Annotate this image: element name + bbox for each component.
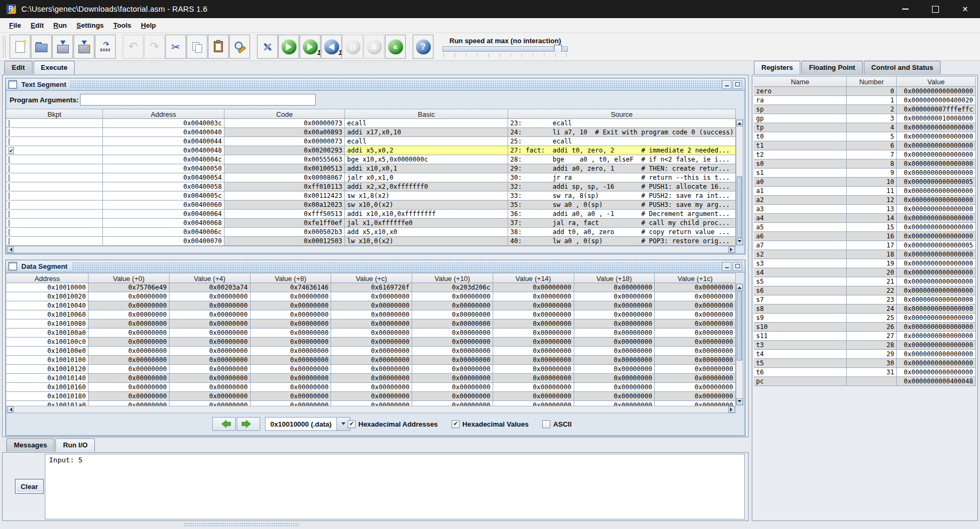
close-button[interactable]: ✕ (950, 0, 980, 18)
memory-row[interactable]: 0x100100c00x000000000x000000000x00000000… (6, 338, 736, 347)
text-row[interactable]: 0x0040005c0x00112423sw x1,8(x2)33: sw ra… (6, 191, 736, 201)
frame-minimize-button[interactable] (722, 262, 732, 271)
text-segment-vscrollbar[interactable] (736, 119, 743, 246)
option-hexadecimal-values[interactable]: ✔Hexadecimal Values (452, 420, 528, 428)
breakpoint-checkbox[interactable] (9, 211, 10, 218)
breakpoint-checkbox[interactable] (9, 183, 10, 190)
breakpoint-checkbox[interactable] (9, 129, 10, 136)
text-row[interactable]: 0x004000540x00008067jalr x0,x1,030: jr r… (6, 173, 736, 182)
register-row[interactable]: zero00x0000000000000000 (754, 87, 976, 96)
save-as-button[interactable] (74, 35, 94, 59)
memory-row[interactable]: 0x100100e00x000000000x000000000x00000000… (6, 347, 736, 356)
scroll-right-icon[interactable] (728, 406, 735, 413)
register-row[interactable]: t270x0000000000000000 (754, 150, 976, 159)
register-row[interactable]: s8240x0000000000000000 (754, 304, 976, 314)
text-row[interactable]: 0x0040004c0x00555663bge x10,x5,0x0000000… (6, 155, 736, 164)
memory-row[interactable]: 0x100100a00x000000000x000000000x00000000… (6, 328, 736, 338)
register-row[interactable]: s9250x0000000000000000 (754, 314, 976, 323)
copy-button[interactable] (187, 35, 207, 59)
text-row[interactable]: 0x004000680xfe1ff0efjal x1,0xffffffe037:… (6, 219, 736, 228)
register-row[interactable]: t4290x0000000000000000 (754, 350, 976, 359)
pause-button[interactable] (342, 35, 363, 59)
register-row[interactable]: a4140x0000000000000000 (754, 214, 976, 223)
breakpoint-checkbox[interactable] (9, 193, 10, 199)
save-file-button[interactable] (52, 35, 73, 59)
tab-control-and-status[interactable]: Control and Status (864, 61, 941, 74)
register-row[interactable]: sp20x000000007fffeffc (754, 105, 976, 114)
register-row[interactable]: s7230x0000000000000000 (754, 295, 976, 304)
register-row[interactable]: a1110x0000000000000000 (754, 187, 976, 196)
text-row[interactable]: 0x004000400x00a00893addi x17,x0,1024: li… (6, 128, 736, 137)
register-row[interactable]: t050x0000000000000000 (754, 132, 976, 141)
scroll-down-icon[interactable] (736, 238, 743, 245)
data-segment-vscrollbar[interactable] (736, 283, 743, 406)
memory-row[interactable]: 0x100100000x75706e490x00203a740x74636146… (6, 283, 736, 292)
text-row[interactable]: 0x004000440x00000073ecall25: ecall (6, 137, 736, 146)
run-io-output[interactable]: Input: 5 (45, 454, 745, 519)
register-row[interactable]: a2120x0000000000000000 (754, 196, 976, 205)
assemble-button[interactable] (257, 35, 278, 59)
scroll-left-icon[interactable] (7, 246, 14, 253)
register-row[interactable]: a5150x0000000000000000 (754, 223, 976, 232)
tab-run-i-o[interactable]: Run I/O (55, 438, 95, 452)
tab-floating-point[interactable]: Floating Point (801, 61, 863, 74)
data-segment-titlebar[interactable]: Data Segment (6, 260, 745, 272)
register-row[interactable]: a3130x0000000000000000 (754, 205, 976, 214)
memory-row[interactable]: 0x100101200x000000000x000000000x00000000… (6, 365, 736, 374)
maximize-button[interactable] (920, 0, 950, 18)
memory-row[interactable]: 0x100100800x000000000x000000000x00000000… (6, 319, 736, 328)
register-row[interactable]: pc0x0000000000400048 (754, 377, 976, 386)
scroll-thumb[interactable] (737, 291, 742, 360)
tab-messages[interactable]: Messages (6, 438, 54, 452)
help-button[interactable]: ? (413, 35, 433, 59)
tab-edit[interactable]: Edit (4, 61, 33, 74)
dump-memory-button[interactable]: ↷0101 (95, 35, 116, 59)
memory-row[interactable]: 0x100100200x000000000x000000000x00000000… (6, 292, 736, 301)
stop-button[interactable] (364, 35, 384, 59)
option-ascii[interactable]: ASCII (542, 420, 572, 428)
breakpoint-checkbox[interactable] (9, 238, 10, 245)
breakpoint-checkbox[interactable] (9, 156, 10, 163)
breakpoint-checkbox[interactable] (9, 202, 10, 209)
text-row[interactable]: 0x004000700x00012503lw x10,0(x2)40: lw a… (6, 237, 736, 246)
undo-button[interactable]: ↶ (123, 35, 143, 59)
menu-tools[interactable]: Tools (109, 19, 136, 31)
register-row[interactable]: s6220x0000000000000000 (754, 286, 976, 295)
memory-row[interactable]: 0x100101400x000000000x000000000x00000000… (6, 374, 736, 383)
text-row[interactable]: 0x0040006c0x000502b3add x5,x10,x038: add… (6, 228, 736, 237)
toolbar-grip-icon[interactable] (2, 36, 6, 58)
data-segment-hscrollbar[interactable] (6, 406, 736, 413)
checkbox-icon[interactable]: ✔ (348, 420, 356, 428)
tab-registers[interactable]: Registers (754, 61, 800, 74)
menu-run[interactable]: Run (49, 19, 71, 31)
cut-button[interactable]: ✂ (165, 35, 186, 59)
register-row[interactable]: t5300x0000000000000000 (754, 359, 976, 368)
register-row[interactable]: s190x0000000000000000 (754, 169, 976, 178)
menu-file[interactable]: File (4, 19, 26, 31)
scroll-right-icon[interactable] (728, 246, 735, 253)
text-row[interactable]: 0x004000500x00100513addi x10,x0,129: add… (6, 164, 736, 173)
register-row[interactable]: s2180x0000000000000000 (754, 250, 976, 259)
text-segment-titlebar[interactable]: Text Segment (6, 78, 745, 91)
breakpoint-checkbox[interactable] (9, 174, 10, 181)
paste-button[interactable] (208, 35, 229, 59)
register-row[interactable]: t160x0000000000000000 (754, 141, 976, 150)
clear-button[interactable]: Clear (15, 479, 44, 494)
register-row[interactable]: ra10x0000000000400020 (754, 96, 976, 105)
find-replace-button[interactable] (229, 35, 250, 59)
register-row[interactable]: s10260x0000000000000000 (754, 323, 976, 332)
scroll-left-icon[interactable] (7, 406, 14, 413)
open-file-button[interactable] (31, 35, 52, 59)
text-row[interactable]: ✔0x004000480x00200293addi x5,x0,227: fac… (6, 146, 736, 155)
register-row[interactable]: tp40x0000000000000000 (754, 123, 976, 132)
new-file-button[interactable] (10, 35, 30, 59)
run-button[interactable] (278, 35, 299, 59)
run-speed-slider[interactable] (443, 46, 568, 52)
resize-grip-icon[interactable] (184, 523, 299, 527)
register-row[interactable]: s3190x0000000000000000 (754, 259, 976, 268)
scroll-thumb[interactable] (737, 177, 742, 238)
breakpoint-checkbox[interactable] (9, 138, 10, 145)
text-row[interactable]: 0x004000580xff010113addi x2,x2,0xfffffff… (6, 182, 736, 191)
breakpoint-checkbox[interactable] (9, 220, 10, 227)
run-one-step-button[interactable]: 1 (300, 35, 320, 59)
